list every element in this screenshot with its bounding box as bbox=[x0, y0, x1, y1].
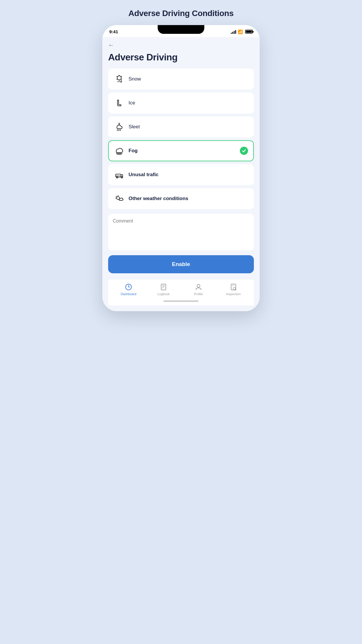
option-snow[interactable]: 3 Snow bbox=[108, 69, 254, 90]
status-time: 9:41 bbox=[109, 29, 118, 34]
screen-title: Adverse Driving bbox=[108, 52, 254, 63]
fog-label: Fog bbox=[129, 148, 236, 154]
svg-point-0 bbox=[117, 76, 121, 80]
svg-line-3 bbox=[117, 76, 117, 77]
nav-profile[interactable]: Profile bbox=[181, 283, 216, 296]
other-weather-label: Other weather conditions bbox=[129, 196, 248, 202]
option-other-weather[interactable]: Other weather conditions bbox=[108, 188, 254, 209]
profile-icon bbox=[194, 283, 203, 291]
svg-line-5 bbox=[121, 76, 122, 77]
other-weather-icon bbox=[114, 193, 124, 204]
status-bar: 9:41 📶 bbox=[102, 25, 260, 37]
home-bar bbox=[164, 300, 198, 302]
inspection-nav-label: Inspection bbox=[226, 292, 241, 296]
dashboard-icon bbox=[124, 283, 133, 291]
comment-box bbox=[108, 214, 254, 251]
svg-line-9 bbox=[117, 130, 118, 131]
sleet-label: Sleet bbox=[129, 124, 248, 130]
unusual-traffic-label: Unusal trafic bbox=[129, 172, 248, 178]
option-sleet[interactable]: Sleet bbox=[108, 116, 254, 137]
comment-input[interactable] bbox=[113, 218, 249, 245]
status-icons: 📶 bbox=[231, 29, 253, 34]
ice-icon bbox=[114, 98, 124, 108]
logbook-nav-label: Logbook bbox=[157, 292, 170, 296]
unusual-traffic-icon bbox=[114, 169, 124, 180]
profile-nav-label: Profile bbox=[194, 292, 203, 296]
option-unusual-traffic[interactable]: Unusal trafic bbox=[108, 164, 254, 185]
svg-line-6 bbox=[117, 79, 117, 80]
options-list: 3 Snow Ice bbox=[108, 69, 254, 209]
notch bbox=[158, 25, 204, 34]
dashboard-nav-label: Dashboard bbox=[121, 292, 136, 296]
bottom-nav: Dashboard Logbook bbox=[108, 279, 254, 298]
home-indicator bbox=[108, 298, 254, 305]
nav-inspection[interactable]: Inspection bbox=[216, 283, 251, 296]
svg-point-29 bbox=[197, 284, 200, 287]
sleet-icon bbox=[114, 122, 124, 132]
svg-line-10 bbox=[119, 130, 119, 131]
back-arrow-icon: ← bbox=[108, 42, 114, 48]
svg-point-12 bbox=[119, 123, 120, 125]
phone-frame: 9:41 📶 ← Adverse Driving bbox=[102, 25, 260, 311]
inspection-icon bbox=[229, 283, 238, 291]
battery-icon bbox=[245, 30, 253, 34]
svg-rect-25 bbox=[161, 284, 166, 290]
fog-icon bbox=[114, 146, 124, 156]
back-button[interactable]: ← bbox=[108, 42, 254, 48]
svg-line-4 bbox=[121, 79, 122, 80]
fog-check-badge bbox=[240, 147, 248, 155]
nav-logbook[interactable]: Logbook bbox=[146, 283, 181, 296]
option-fog[interactable]: Fog bbox=[108, 140, 254, 161]
phone-content: ← Adverse Driving 3 bbox=[102, 42, 260, 311]
nav-dashboard[interactable]: Dashboard bbox=[111, 283, 146, 296]
logbook-icon bbox=[159, 283, 168, 291]
ice-label: Ice bbox=[129, 100, 248, 106]
option-ice[interactable]: Ice bbox=[108, 92, 254, 113]
snow-icon: 3 bbox=[114, 74, 124, 84]
snow-label: Snow bbox=[129, 76, 248, 82]
wifi-icon: 📶 bbox=[238, 29, 243, 34]
svg-line-22 bbox=[116, 196, 117, 197]
signal-icon bbox=[231, 30, 236, 34]
svg-line-11 bbox=[120, 130, 121, 131]
page-title: Adverse Driving Conditions bbox=[129, 9, 234, 18]
enable-button[interactable]: Enable bbox=[108, 255, 254, 273]
